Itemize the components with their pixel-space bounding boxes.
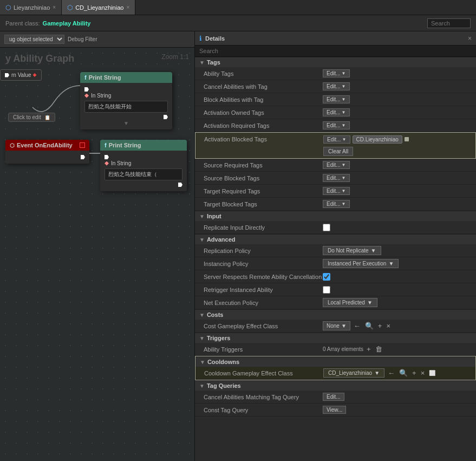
activation-blocked-edit-btn[interactable]: Edit... ▼ xyxy=(323,135,350,144)
target-blocked-edit-btn[interactable]: Edit... ▼ xyxy=(323,200,350,208)
cooldown-clear-btn[interactable]: × xyxy=(420,369,426,377)
print-string-header-2: f Print String xyxy=(100,140,187,151)
target-required-edit-btn[interactable]: Edit... ▼ xyxy=(323,187,350,195)
return-value-node[interactable]: rn Value xyxy=(0,69,42,81)
tgt-blk-edit-arrow: ▼ xyxy=(342,202,346,206)
act-blocked-edit-label: Edit... xyxy=(327,137,341,142)
exec-out-dot-1 xyxy=(164,115,168,119)
triggers-add-btn[interactable]: + xyxy=(366,345,372,353)
prop-target-required: Target Required Tags Edit... ▼ xyxy=(195,185,476,198)
section-advanced[interactable]: ▼ Advanced xyxy=(195,234,476,244)
func-icon-2: f xyxy=(105,142,107,148)
prop-target-blocked: Target Blocked Tags Edit... ▼ xyxy=(195,198,476,211)
graph-canvas[interactable]: y Ability Graph Zoom 1:1 Click to edit 📋… xyxy=(0,48,194,461)
prop-ability-tags: Ability Tags Edit... ▼ xyxy=(195,67,476,80)
print-string-header-1: f Print String xyxy=(80,72,172,83)
block-abilities-edit-btn[interactable]: Edit... ▼ xyxy=(323,95,350,103)
source-required-edit-btn[interactable]: Edit... ▼ xyxy=(323,161,350,169)
func-icon-1: f xyxy=(84,74,87,81)
net-execution-text: Local Predicted xyxy=(328,300,365,306)
event-onendability-node[interactable]: ⬡ Event OnEndAbility xyxy=(5,140,89,164)
section-input[interactable]: ▼ Input xyxy=(195,211,476,221)
tab-close-1[interactable]: × xyxy=(53,4,56,10)
source-blocked-label: Source Blocked Tags xyxy=(204,175,323,181)
graph-title: y Ability Graph xyxy=(5,53,74,64)
section-tags[interactable]: ▼ Tags xyxy=(195,57,476,67)
cooldown-browse-btn[interactable]: ⬜ xyxy=(428,370,436,376)
replication-policy-dropdown[interactable]: Do Not Replicate ▼ xyxy=(323,246,381,255)
details-close-button[interactable]: × xyxy=(468,35,472,42)
cancel-matching-edit-btn[interactable]: Edit... xyxy=(323,393,344,401)
server-respects-checkbox[interactable] xyxy=(323,273,330,281)
cooldown-search-btn[interactable]: 🔍 xyxy=(398,369,409,377)
tab-label-1: Lieyanzhiniao xyxy=(14,4,50,11)
cooldown-class-dropdown[interactable]: CD_Lieyanzhiniao ▼ xyxy=(323,368,384,378)
print-string-node-2[interactable]: f Print String In String 烈焰之鸟技能结束（ xyxy=(100,140,187,191)
header-search-input[interactable] xyxy=(427,18,471,28)
debug-object-select[interactable]: ug object selected xyxy=(4,35,64,44)
details-header: ℹ Details × xyxy=(195,31,476,46)
retrigger-checkbox[interactable] xyxy=(323,286,330,294)
blueprint-icon-2: ⬡ xyxy=(67,4,73,11)
replication-dropdown-arrow: ▼ xyxy=(371,248,376,254)
tab-lieyanzhiniao[interactable]: ⬡ Lieyanzhiniao × xyxy=(0,0,62,15)
cost-back-btn[interactable]: ← xyxy=(353,322,362,330)
source-blocked-value: Edit... ▼ xyxy=(323,174,472,182)
act-req-edit-label: Edit... xyxy=(327,122,341,128)
activation-required-edit-btn[interactable]: Edit... ▼ xyxy=(323,121,350,129)
net-execution-dropdown[interactable]: Local Predicted ▼ xyxy=(323,298,377,307)
instancing-policy-text: Instanced Per Execution xyxy=(328,261,386,267)
details-icon: ℹ xyxy=(199,35,202,42)
section-cooldowns-container: ▼ Cooldowns Cooldown Gameplay Effect Cla… xyxy=(195,356,476,380)
tgt-req-edit-arrow: ▼ xyxy=(342,189,346,193)
instancing-policy-dropdown[interactable]: Instanced Per Execution ▼ xyxy=(323,259,399,268)
section-tag-queries[interactable]: ▼ Tag Queries xyxy=(195,380,476,391)
main-layout: ug object selected Debug Filter y Abilit… xyxy=(0,31,476,461)
triggers-delete-btn[interactable]: 🗑 xyxy=(374,345,383,353)
cooldown-back-btn[interactable]: ← xyxy=(387,369,396,377)
clear-all-button[interactable]: Clear All xyxy=(323,147,353,156)
cd-lieyanzhiniao-tag: CD.Lieyanzhiniao xyxy=(353,135,402,144)
parent-class-label: Parent class: xyxy=(5,20,40,27)
parent-class-value[interactable]: Gameplay Ability xyxy=(43,20,91,27)
event-label: Event OnEndAbility xyxy=(17,142,73,148)
block-edit-arrow: ▼ xyxy=(342,97,346,102)
replicate-input-value xyxy=(323,224,472,231)
cost-add-btn[interactable]: + xyxy=(377,322,383,330)
click-to-edit-node[interactable]: Click to edit 📋 xyxy=(8,113,55,122)
print-string-body-2: In String 烈焰之鸟技能结束（ xyxy=(100,151,187,191)
string-value-2[interactable]: 烈焰之鸟技能结束（ xyxy=(105,168,182,180)
cost-class-dropdown[interactable]: None ▼ xyxy=(323,321,350,330)
target-required-value: Edit... ▼ xyxy=(323,187,472,195)
debug-bar: ug object selected Debug Filter xyxy=(0,31,194,48)
replicate-input-checkbox[interactable] xyxy=(323,224,330,231)
section-tags-label: Tags xyxy=(207,59,220,66)
ability-tags-edit-btn[interactable]: Edit... ▼ xyxy=(323,69,350,77)
instancing-policy-value: Instanced Per Execution ▼ xyxy=(323,259,472,268)
prop-replicate-input: Replicate Input Directly xyxy=(195,221,476,234)
section-triggers[interactable]: ▼ Triggers xyxy=(195,333,476,343)
expand-arrow-1[interactable]: ▼ xyxy=(84,120,168,126)
source-blocked-edit-btn[interactable]: Edit... ▼ xyxy=(323,174,350,182)
const-tag-query-view-btn[interactable]: View... xyxy=(323,406,346,414)
tab-close-2[interactable]: × xyxy=(126,4,129,10)
cancel-edit-arrow: ▼ xyxy=(342,84,346,89)
cooldown-add-btn[interactable]: + xyxy=(411,369,418,377)
cost-clear-btn[interactable]: × xyxy=(385,322,392,330)
print-string-node-1[interactable]: f Print String In String 烈焰之鸟技能开始 ▼ xyxy=(80,72,172,129)
cancel-abilities-edit-btn[interactable]: Edit... ▼ xyxy=(323,82,350,90)
string-value-1[interactable]: 烈焰之鸟技能开始 xyxy=(84,101,168,113)
tag-indicator xyxy=(405,137,409,141)
source-required-label: Source Required Tags xyxy=(204,162,323,168)
tab-cd-lieyanzhiniao[interactable]: ⬡ CD_Lieyanzhiniao × xyxy=(62,0,135,15)
cooldown-class-arrow: ▼ xyxy=(374,370,380,376)
activation-owned-edit-btn[interactable]: Edit... ▼ xyxy=(323,108,350,116)
details-search-input[interactable] xyxy=(195,46,476,57)
target-blocked-value: Edit... ▼ xyxy=(323,200,472,208)
section-costs[interactable]: ▼ Costs xyxy=(195,309,476,320)
prop-instancing-policy: Instancing Policy Instanced Per Executio… xyxy=(195,257,476,270)
pin-exec-in-1 xyxy=(84,87,168,92)
section-cooldowns[interactable]: ▼ Cooldowns xyxy=(195,356,475,367)
cost-search-btn[interactable]: 🔍 xyxy=(364,322,375,330)
replicate-input-label: Replicate Input Directly xyxy=(204,224,323,231)
